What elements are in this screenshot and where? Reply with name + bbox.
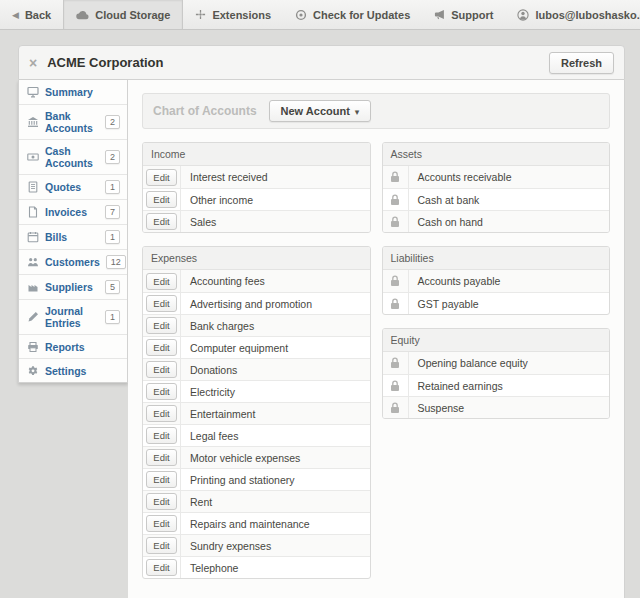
- account-name: Sundry expenses: [181, 535, 280, 556]
- panel-liabilities: LiabilitiesAccounts payableGST payable: [382, 246, 611, 315]
- account-name: Suspense: [409, 397, 474, 418]
- menu-check-for-updates-label: Check for Updates: [313, 9, 410, 21]
- account-row: EditAdvertising and promotion: [143, 292, 370, 314]
- account-name: Cash on hand: [409, 211, 492, 232]
- edit-button[interactable]: Edit: [146, 559, 176, 576]
- sidebar-item-settings[interactable]: Settings: [19, 358, 127, 382]
- edit-cell: Edit: [143, 293, 181, 314]
- back-button[interactable]: ◀ Back: [0, 0, 63, 29]
- count-badge: 7: [105, 205, 120, 219]
- account-name: Accounting fees: [181, 270, 274, 292]
- account-row: EditAccounting fees: [143, 270, 370, 292]
- edit-button[interactable]: Edit: [146, 169, 176, 186]
- edit-button[interactable]: Edit: [146, 339, 176, 356]
- panel-expenses: ExpensesEditAccounting feesEditAdvertisi…: [142, 246, 371, 579]
- sidebar-item-label: Bills: [45, 231, 67, 243]
- tab-cloud-storage[interactable]: Cloud Storage: [63, 0, 183, 29]
- panel-equity: EquityOpening balance equityRetained ear…: [382, 328, 611, 419]
- sidebar-item-cash-accounts[interactable]: Cash Accounts2: [19, 139, 127, 174]
- sidebar-item-bills[interactable]: Bills1: [19, 224, 127, 249]
- panel-assets: AssetsAccounts receivableCash at bankCas…: [382, 142, 611, 233]
- account-row: Retained earnings: [383, 374, 610, 396]
- count-badge: 1: [105, 180, 120, 194]
- user-menu[interactable]: lubos@luboshasko.com: [505, 0, 640, 29]
- account-name: Advertising and promotion: [181, 293, 321, 314]
- edit-button[interactable]: Edit: [146, 515, 176, 532]
- menu-extensions[interactable]: Extensions: [183, 0, 283, 29]
- panel-title: Liabilities: [383, 247, 610, 270]
- menu-support[interactable]: Support: [422, 0, 505, 29]
- account-name: Donations: [181, 359, 246, 380]
- account-row: EditRepairs and maintenance: [143, 512, 370, 534]
- edit-button[interactable]: Edit: [146, 449, 176, 466]
- sidebar-item-label: Cash Accounts: [45, 145, 99, 169]
- edit-button[interactable]: Edit: [146, 537, 176, 554]
- new-account-button[interactable]: New Account▾: [269, 100, 372, 122]
- sidebar-item-label: Customers: [45, 256, 100, 268]
- account-row: EditRent: [143, 490, 370, 512]
- edit-button[interactable]: Edit: [146, 273, 176, 290]
- edit-cell: Edit: [143, 189, 181, 210]
- edit-button[interactable]: Edit: [146, 383, 176, 400]
- account-name: Opening balance equity: [409, 352, 537, 374]
- count-badge: 12: [106, 255, 126, 269]
- edit-cell: Edit: [143, 513, 181, 534]
- account-name: Computer equipment: [181, 337, 297, 358]
- count-badge: 2: [105, 150, 120, 164]
- edit-button[interactable]: Edit: [146, 471, 176, 488]
- account-row: EditComputer equipment: [143, 336, 370, 358]
- sidebar-item-summary[interactable]: Summary: [19, 80, 127, 104]
- edit-cell: Edit: [143, 535, 181, 556]
- edit-button[interactable]: Edit: [146, 191, 176, 208]
- edit-button[interactable]: Edit: [146, 361, 176, 378]
- account-row: Cash at bank: [383, 188, 610, 210]
- account-row: EditPrinting and stationery: [143, 468, 370, 490]
- refresh-button[interactable]: Refresh: [549, 52, 614, 74]
- content-area: Chart of Accounts New Account▾ IncomeEdi…: [128, 80, 625, 598]
- edit-button[interactable]: Edit: [146, 317, 176, 334]
- cloud-icon: [76, 10, 89, 20]
- edit-button[interactable]: Edit: [146, 213, 176, 230]
- lock-icon: [390, 216, 400, 228]
- lock-cell: [383, 211, 409, 232]
- account-row: EditMotor vehicle expenses: [143, 446, 370, 468]
- account-row: EditSales: [143, 210, 370, 232]
- account-row: EditEntertainment: [143, 402, 370, 424]
- menu-check-for-updates[interactable]: Check for Updates: [283, 0, 422, 29]
- sidebar-item-bank-accounts[interactable]: Bank Accounts2: [19, 104, 127, 139]
- account-row: EditDonations: [143, 358, 370, 380]
- accounts-column-right: AssetsAccounts receivableCash at bankCas…: [382, 142, 611, 432]
- account-row: Accounts receivable: [383, 166, 610, 188]
- edit-button[interactable]: Edit: [146, 295, 176, 312]
- chevron-down-icon: ▾: [355, 107, 360, 117]
- edit-button[interactable]: Edit: [146, 493, 176, 510]
- close-icon[interactable]: ×: [29, 56, 37, 70]
- sidebar-item-customers[interactable]: Customers12: [19, 249, 127, 274]
- sidebar-item-suppliers[interactable]: Suppliers5: [19, 274, 127, 299]
- lock-icon: [390, 357, 400, 369]
- account-row: EditBank charges: [143, 314, 370, 336]
- panel-title: Expenses: [143, 247, 370, 270]
- cash-icon: [26, 151, 39, 163]
- account-row: GST payable: [383, 292, 610, 314]
- account-row: EditElectricity: [143, 380, 370, 402]
- sidebar-item-label: Bank Accounts: [45, 110, 99, 134]
- account-row: EditInterest received: [143, 166, 370, 188]
- journal-icon: [26, 311, 39, 323]
- topbar: ◀ Back Cloud Storage Extensions Check fo…: [0, 0, 640, 30]
- sidebar-item-quotes[interactable]: Quotes1: [19, 174, 127, 199]
- lock-icon: [390, 171, 400, 183]
- invoices-icon: [26, 206, 39, 218]
- sidebar: SummaryBank Accounts2Cash Accounts2Quote…: [18, 80, 128, 383]
- edit-button[interactable]: Edit: [146, 405, 176, 422]
- bank-icon: [26, 116, 39, 128]
- sidebar-item-reports[interactable]: Reports: [19, 334, 127, 358]
- count-badge: 5: [105, 280, 120, 294]
- reports-icon: [26, 341, 39, 353]
- sidebar-item-invoices[interactable]: Invoices7: [19, 199, 127, 224]
- edit-button[interactable]: Edit: [146, 427, 176, 444]
- count-badge: 2: [105, 115, 120, 129]
- edit-cell: Edit: [143, 315, 181, 336]
- sidebar-item-journal-entries[interactable]: Journal Entries1: [19, 299, 127, 334]
- edit-cell: Edit: [143, 491, 181, 512]
